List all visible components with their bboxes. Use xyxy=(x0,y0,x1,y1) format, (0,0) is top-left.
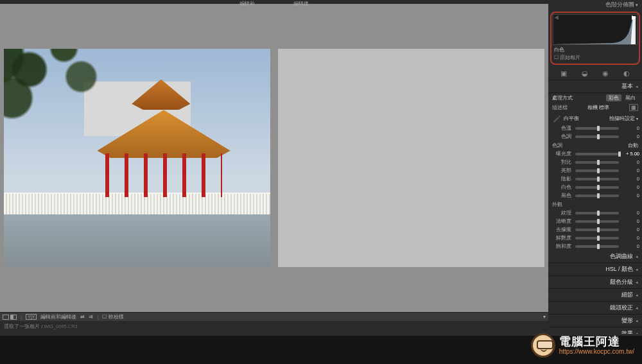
wb-picker-icon[interactable] xyxy=(552,114,561,123)
tint-label: 色調 xyxy=(551,133,574,140)
after-image[interactable] xyxy=(278,49,544,267)
shadows-label: 陰影 xyxy=(551,175,574,182)
after-label: 編輯後 xyxy=(293,0,309,6)
blacks-slider[interactable] xyxy=(575,195,619,197)
loupe-view-icon[interactable] xyxy=(3,315,9,320)
vibrance-slider[interactable] xyxy=(575,237,619,239)
profile-browser-icon[interactable]: ▦ xyxy=(629,104,638,111)
hsl-panel-header[interactable]: HSL / 顏色 xyxy=(548,263,642,276)
histogram-highlight-box: 白色 原始相片 xyxy=(550,12,640,65)
local-tools-strip: ▣ ◒ ◉ ◐ xyxy=(548,67,642,80)
compare-label: 編輯前和編輯後 xyxy=(40,313,76,320)
histogram[interactable] xyxy=(553,14,638,45)
transform-panel-header[interactable]: 變形 xyxy=(548,315,642,327)
before-after-mode-icon[interactable]: Y|Y xyxy=(26,314,37,320)
histogram-panel-title[interactable]: 色階分佈圖 xyxy=(548,0,642,10)
histogram-zone-label: 白色 xyxy=(553,45,638,53)
filename-text: IMG_0695.CR3 xyxy=(44,324,78,329)
highlights-value[interactable]: 0 xyxy=(620,168,639,173)
tone-curve-panel-header[interactable]: 色調曲線 xyxy=(548,250,642,263)
spot-tool-icon[interactable]: ◒ xyxy=(582,69,588,78)
filmstrip[interactable] xyxy=(0,336,642,364)
contrast-label: 對比 xyxy=(551,159,574,166)
clarity-label: 清晰度 xyxy=(551,218,574,225)
shadows-slider[interactable] xyxy=(575,178,619,180)
treatment-bw[interactable]: 黑白 xyxy=(623,94,638,101)
treatment-row: 處理方式 彩色 黑白 xyxy=(548,93,642,103)
auto-tone-button[interactable]: 自動 xyxy=(628,142,638,149)
develop-right-panel: 色階分佈圖 白色 原始相片 ▣ ◒ ◉ ◐ 基本 處理方式 彩色 黑白 xyxy=(548,0,642,334)
toolbar: | Y|Y 編輯前和編輯後 ⇄ ⇉ | 軟校樣 ▾ xyxy=(0,312,548,321)
dehaze-slider[interactable] xyxy=(575,229,619,231)
color-grading-panel-header[interactable]: 顏色分級 xyxy=(548,276,642,289)
temp-slider[interactable] xyxy=(575,127,619,130)
compare-workspace: 編輯前 編輯後 xyxy=(0,4,548,312)
compare-view-icon[interactable] xyxy=(10,315,17,320)
tint-value[interactable]: 0 xyxy=(620,134,639,139)
whites-label: 白色 xyxy=(551,184,574,191)
exposure-label: 曝光度 xyxy=(551,150,574,157)
texture-slider[interactable] xyxy=(575,212,619,214)
blacks-label: 黑色 xyxy=(551,192,574,199)
redeye-tool-icon[interactable]: ◉ xyxy=(602,69,609,78)
saturation-label: 飽和度 xyxy=(551,243,574,250)
clarity-value[interactable]: 0 xyxy=(620,218,639,224)
tone-group-label: 色調 xyxy=(552,142,562,149)
wb-label: 白平衡 xyxy=(564,115,579,122)
before-image[interactable] xyxy=(4,49,270,267)
contrast-value[interactable]: 0 xyxy=(620,159,639,165)
filename-bar: 選取了一張相片 / IMG_0695.CR3 xyxy=(0,321,548,335)
shadows-value[interactable]: 0 xyxy=(620,176,639,182)
detail-panel-header[interactable]: 細節 xyxy=(548,289,642,302)
treatment-color[interactable]: 彩色 xyxy=(606,94,621,101)
texture-label: 紋理 xyxy=(551,209,574,216)
temp-label: 色溫 xyxy=(551,125,574,132)
saturation-value[interactable]: 0 xyxy=(620,243,639,249)
presence-group-label: 外觀 xyxy=(552,201,562,208)
soft-proof-checkbox[interactable]: 軟校樣 xyxy=(102,313,123,320)
whites-value[interactable]: 0 xyxy=(620,184,639,190)
highlights-label: 亮部 xyxy=(551,167,574,174)
selection-status: 選取了一張相片 xyxy=(4,324,40,329)
highlights-slider[interactable] xyxy=(575,169,619,172)
profile-value[interactable]: 相機 標準 xyxy=(587,104,609,111)
swap-icon[interactable]: ⇄ xyxy=(80,314,85,320)
toolbar-menu-icon[interactable]: ▾ xyxy=(543,314,546,320)
whites-slider[interactable] xyxy=(575,186,619,189)
treatment-label: 處理方式 xyxy=(552,94,573,101)
crop-tool-icon[interactable]: ▣ xyxy=(560,69,567,78)
before-label: 編輯前 xyxy=(239,0,255,6)
vibrance-value[interactable]: 0 xyxy=(620,235,639,241)
copy-icon[interactable]: ⇉ xyxy=(89,314,93,320)
vibrance-label: 鮮艷度 xyxy=(551,234,574,241)
blacks-value[interactable]: 0 xyxy=(620,193,639,198)
profile-row[interactable]: 描述檔 相機 標準 ▦ xyxy=(548,103,642,112)
dehaze-label: 去朦朧 xyxy=(551,226,574,233)
clarity-slider[interactable] xyxy=(575,220,619,223)
mask-tool-icon[interactable]: ◐ xyxy=(623,69,630,78)
temp-value[interactable]: 0 xyxy=(620,125,639,131)
contrast-slider[interactable] xyxy=(575,161,619,164)
exposure-slider[interactable] xyxy=(575,153,619,155)
texture-value[interactable]: 0 xyxy=(620,210,639,216)
lens-panel-header[interactable]: 鏡頭校正 xyxy=(548,302,642,315)
saturation-slider[interactable] xyxy=(575,245,619,248)
original-photo-checkbox[interactable]: 原始相片 xyxy=(553,53,638,61)
dehaze-value[interactable]: 0 xyxy=(620,227,639,232)
wb-dropdown[interactable]: 拍攝時設定 xyxy=(582,115,638,122)
effects-panel-header[interactable]: 效果 xyxy=(548,327,642,334)
tint-slider[interactable] xyxy=(575,135,619,138)
profile-label: 描述檔 xyxy=(552,104,568,111)
basic-panel-header[interactable]: 基本 xyxy=(548,80,642,93)
exposure-value[interactable]: + 5.00 xyxy=(620,151,639,157)
